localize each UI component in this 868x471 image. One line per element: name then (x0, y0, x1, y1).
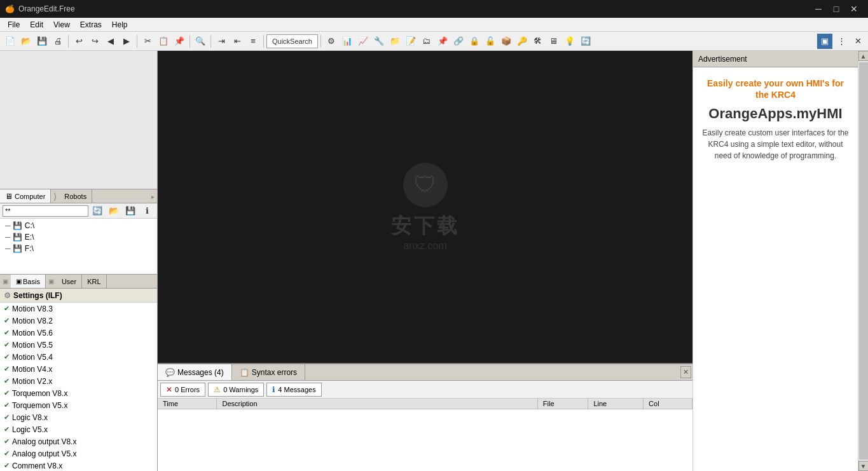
tb-icon-13[interactable]: 🔑 (514, 34, 530, 49)
ilf-item-analog-v5x[interactable]: ✔ Analog output V5.x (0, 447, 157, 460)
file-open-button[interactable]: 📂 (106, 203, 121, 219)
ad-panel-header: Advertisement (693, 51, 858, 67)
tb-icon-1[interactable]: ⚙ (324, 34, 339, 49)
file-save-button[interactable]: 💾 (123, 203, 138, 219)
tb-icon-5[interactable]: 📁 (387, 34, 403, 49)
file-refresh-button[interactable]: 🔄 (90, 203, 105, 219)
close-icon: ✕ (680, 366, 691, 378)
tb-icon-16[interactable]: 💡 (562, 34, 577, 49)
tab-basis[interactable]: ▣ Basis (11, 275, 46, 288)
print-button[interactable]: 🖨 (50, 34, 65, 49)
cut-copy-group: ✂ 📋 📌 (140, 34, 187, 49)
ilf-item-motion-v55[interactable]: ✔ Motion V5.5 (0, 339, 157, 351)
ilf-item-logic-v5x[interactable]: ✔ Logic V5.x (0, 423, 157, 435)
drive-f[interactable]: ─ 💾 F:\ (0, 243, 157, 254)
open-button[interactable]: 📂 (18, 34, 34, 49)
ilf-item-logic-v8x[interactable]: ✔ Logic V8.x (0, 411, 157, 423)
warnings-filter-button[interactable]: ⚠ 0 Warnings (208, 383, 264, 397)
errors-filter-button[interactable]: ✕ 0 Errors (160, 383, 205, 397)
layout-single-button[interactable]: ▣ (817, 34, 832, 49)
scroll-up-arrow[interactable]: ▲ (858, 51, 869, 61)
save-button[interactable]: 💾 (34, 34, 50, 49)
search-group: 🔍 (193, 34, 208, 49)
ilf-item-analog-v8x[interactable]: ✔ Analog output V8.x (0, 435, 157, 447)
paste-button[interactable]: 📌 (172, 34, 187, 49)
tb-icon-8[interactable]: 📌 (435, 34, 450, 49)
nav-fwd-button[interactable]: ▶ (119, 34, 134, 49)
tb-icon-15[interactable]: 🖥 (546, 34, 561, 49)
tab-end-arrow: ▸ (151, 192, 157, 201)
tb-icon-9[interactable]: 🔗 (451, 34, 466, 49)
indent-button[interactable]: ⇥ (214, 34, 229, 49)
extras-toolbar-group: ⚙ 📊 📈 🔧 📁 📝 🗂 📌 🔗 🔒 🔓 📦 🔑 🛠 🖥 💡 🔄 (324, 34, 593, 49)
undo-button[interactable]: ↩ (71, 34, 86, 49)
layout-split-button[interactable]: ⋮ (834, 34, 849, 49)
new-button[interactable]: 📄 (3, 34, 18, 49)
tab-computer[interactable]: 🖥 Computer (0, 189, 51, 203)
close-button[interactable]: ✕ (845, 2, 863, 16)
sep-5 (263, 35, 264, 48)
list-button[interactable]: ≡ (245, 34, 261, 49)
warning-icon: ⚠ (214, 385, 221, 394)
tb-icon-14[interactable]: 🛠 (530, 34, 546, 49)
search-button[interactable]: 🔍 (193, 34, 208, 49)
drive-e[interactable]: ─ 💾 E:\ (0, 231, 157, 243)
titlebar: 🍊 OrangeEdit.Free ─ □ ✕ (0, 0, 868, 18)
ilf-item-motion-v83[interactable]: ✔ Motion V8.3 (0, 303, 157, 315)
file-info-button[interactable]: ℹ (139, 203, 155, 219)
tb-icon-7[interactable]: 🗂 (419, 34, 434, 49)
ilf-item-motion-v54[interactable]: ✔ Motion V5.4 (0, 351, 157, 363)
tab-robots[interactable]: Robots (59, 189, 92, 203)
col-description: Description (217, 399, 537, 409)
tab-krl[interactable]: KRL (82, 275, 106, 288)
tb-icon-12[interactable]: 📦 (499, 34, 514, 49)
outdent-button[interactable]: ⇤ (230, 34, 245, 49)
nav-back-button[interactable]: ◀ (103, 34, 118, 49)
ilf-item-torquemon-v8x[interactable]: ✔ Torquemon V8.x (0, 387, 157, 399)
robots-tab-arrow: ⟩ (51, 191, 59, 201)
ilf-item-motion-v56[interactable]: ✔ Motion V5.6 (0, 327, 157, 339)
tb-icon-10[interactable]: 🔒 (467, 34, 482, 49)
tb-icon-11[interactable]: 🔓 (483, 34, 498, 49)
menu-file[interactable]: File (3, 19, 25, 31)
bottom-panel-close[interactable]: ✕ (679, 365, 692, 379)
tb-icon-2[interactable]: 📊 (340, 34, 355, 49)
tb-icon-6[interactable]: 📝 (403, 34, 418, 49)
maximize-button[interactable]: □ (827, 2, 845, 16)
sep-3 (189, 35, 190, 48)
tb-icon-17[interactable]: 🔄 (578, 34, 593, 49)
messages-filter-button[interactable]: ℹ 4 Messages (266, 383, 321, 397)
ilf-item-motion-v82[interactable]: ✔ Motion V8.2 (0, 315, 157, 327)
tb-icon-3[interactable]: 📈 (355, 34, 371, 49)
drive-f-icon: ─ 💾 (5, 244, 22, 253)
tab-user-label: User (62, 278, 76, 285)
close-tab-button[interactable]: ✕ (850, 34, 865, 49)
scroll-down-arrow[interactable]: ▼ (858, 461, 869, 471)
check-motion-v2x: ✔ (4, 377, 10, 385)
scroll-thumb[interactable] (859, 62, 868, 460)
menu-edit[interactable]: Edit (25, 19, 48, 31)
menu-help[interactable]: Help (107, 19, 133, 31)
tab-user[interactable]: User (57, 275, 82, 288)
ad-panel-content: Easily create your own HMI's for the KRC… (693, 67, 858, 471)
copy-button[interactable]: 📋 (156, 34, 171, 49)
menu-extras[interactable]: Extras (75, 19, 107, 31)
ilf-item-comment-v8x[interactable]: ✔ Comment V8.x (0, 460, 157, 471)
minimize-button[interactable]: ─ (809, 2, 827, 16)
drive-c[interactable]: ─ 💾 C:\ (0, 220, 157, 231)
ilf-item-torquemon-v5x[interactable]: ✔ Torquemon V5.x (0, 399, 157, 411)
tab-syntax-errors[interactable]: 📋 Syntax errors (232, 364, 305, 380)
ilf-tabs: ▣ ▣ Basis ▣ User KRL (0, 275, 157, 289)
file-path-input[interactable] (3, 205, 88, 217)
ilf-list[interactable]: ✔ Motion V8.3 ✔ Motion V8.2 ✔ Motion V5.… (0, 303, 157, 471)
sep-2 (137, 35, 137, 48)
tb-icon-4[interactable]: 🔧 (371, 34, 387, 49)
ilf-item-motion-v4x[interactable]: ✔ Motion V4.x (0, 363, 157, 375)
menu-view[interactable]: View (48, 19, 75, 31)
quicksearch-button[interactable]: QuickSearch (266, 34, 318, 48)
redo-button[interactable]: ↪ (87, 34, 102, 49)
ad-scrollbar[interactable]: ▲ ▼ (858, 51, 868, 471)
ilf-item-motion-v2x[interactable]: ✔ Motion V2.x (0, 375, 157, 387)
cut-button[interactable]: ✂ (140, 34, 155, 49)
tab-messages[interactable]: 💬 Messages (4) (158, 364, 232, 380)
